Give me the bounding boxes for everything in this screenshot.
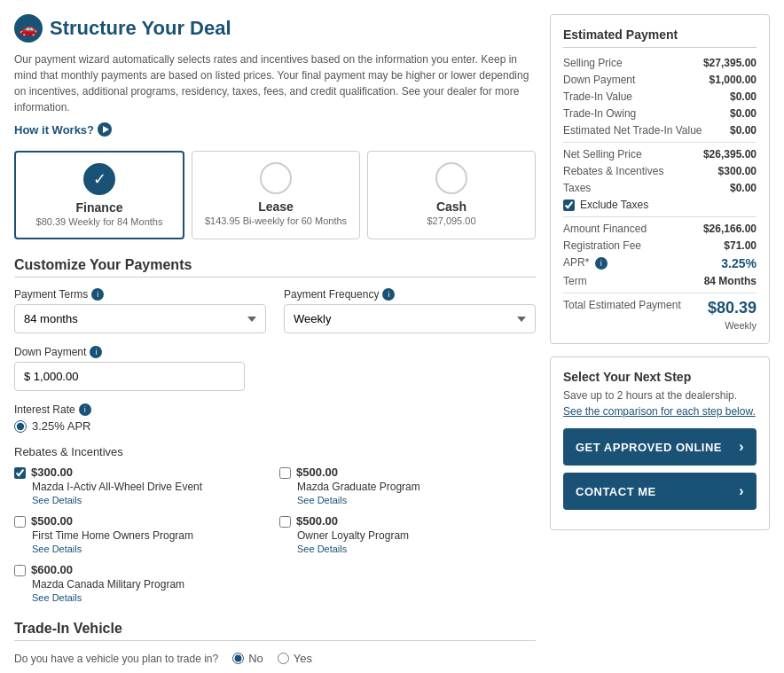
taxes-label: Taxes: [563, 182, 591, 194]
rebate-checkbox-1[interactable]: [279, 467, 291, 479]
page-title: Structure Your Deal: [50, 17, 231, 40]
lease-sub: $143.95 Bi-weekly for 60 Months: [200, 215, 352, 226]
est-row-term: Term 84 Months: [563, 275, 757, 287]
trade-in-yes-option[interactable]: Yes: [278, 652, 312, 665]
payment-frequency-label: Payment Frequency i: [284, 288, 536, 301]
lease-card[interactable]: Lease $143.95 Bi-weekly for 60 Months: [192, 151, 360, 239]
selling-price-value: $27,395.00: [703, 57, 757, 69]
rebate-checkbox-4[interactable]: [14, 565, 26, 576]
interest-rate-radio[interactable]: 3.25% APR: [14, 419, 536, 433]
rebate-name-3: Owner Loyalty Program: [297, 529, 536, 542]
cash-label: Cash: [375, 200, 528, 214]
rebate-checkbox-0[interactable]: [14, 467, 26, 479]
payment-frequency-select[interactable]: Weekly Bi-weekly Monthly: [284, 304, 536, 333]
payment-type-cards: ✓ Finance $80.39 Weekly for 84 Months Le…: [14, 151, 536, 239]
contact-me-button[interactable]: CONTACT ME ›: [563, 473, 757, 510]
apr-label: APR* i: [563, 256, 608, 270]
finance-sub: $80.39 Weekly for 84 Months: [23, 216, 176, 227]
divider-1: [563, 142, 757, 143]
apr-info-icon[interactable]: i: [595, 257, 608, 270]
term-value: 84 Months: [704, 275, 757, 287]
rebate-details-link-2[interactable]: See Details: [32, 544, 270, 554]
trade-in-no-option[interactable]: No: [232, 652, 263, 665]
down-payment-est-label: Down Payment: [563, 74, 635, 86]
estimated-payment-card: Estimated Payment Selling Price $27,395.…: [550, 14, 770, 344]
rebates-est-value: $300.00: [718, 165, 757, 177]
interest-rate-radio-input[interactable]: [14, 420, 27, 433]
rebate-checkbox-3[interactable]: [279, 516, 291, 528]
trade-in-question-row: Do you have a vehicle you plan to trade …: [14, 652, 536, 665]
page-header: 🚗 Structure Your Deal: [14, 14, 536, 43]
rebate-item-3: $500.00 Owner Loyalty Program See Detail…: [279, 514, 536, 554]
contact-chevron-icon: ›: [739, 483, 744, 499]
taxes-value: $0.00: [730, 182, 757, 194]
rebate-item-1: $500.00 Mazda Graduate Program See Detai…: [279, 466, 536, 505]
payment-terms-select[interactable]: 84 months 24 months 36 months 48 months …: [14, 304, 266, 333]
how-it-works-link[interactable]: How it Works?: [14, 122, 536, 137]
rebate-details-link-4[interactable]: See Details: [32, 592, 270, 603]
trade-in-question-text: Do you have a vehicle you plan to trade …: [14, 653, 218, 665]
next-step-comparison-link[interactable]: See the comparison for each step below.: [563, 405, 757, 418]
trade-in-yes-radio[interactable]: [278, 653, 289, 664]
estimated-payment-title: Estimated Payment: [563, 27, 757, 48]
interest-rate-info-icon[interactable]: i: [79, 403, 91, 416]
est-row-net-trade-in: Estimated Net Trade-In Value $0.00: [563, 124, 757, 137]
est-row-rebates: Rebates & Incentives $300.00: [563, 165, 757, 177]
payment-frequency-group: Payment Frequency i Weekly Bi-weekly Mon…: [284, 288, 536, 333]
payment-terms-label: Payment Terms i: [14, 288, 266, 301]
get-approved-button[interactable]: GET APPROVED ONLINE ›: [563, 428, 757, 466]
down-payment-input[interactable]: [14, 362, 245, 391]
total-payment-label: Total Estimated Payment: [563, 299, 681, 317]
amount-financed-value: $26,166.00: [703, 223, 757, 235]
rebate-details-link-1[interactable]: See Details: [297, 495, 536, 505]
rebate-name-4: Mazda Canada Military Program: [32, 578, 270, 591]
registration-fee-value: $71.00: [724, 239, 757, 252]
payment-frequency-info-icon[interactable]: i: [382, 288, 395, 301]
rebate-amount-4: $600.00: [31, 563, 73, 576]
payment-terms-row: Payment Terms i 84 months 24 months 36 m…: [14, 288, 536, 333]
rebates-est-label: Rebates & Incentives: [563, 165, 663, 177]
net-trade-in-value: $0.00: [730, 124, 757, 137]
rebate-amount-0: $300.00: [31, 466, 73, 479]
trade-in-owing-label: Trade-In Owing: [563, 107, 636, 120]
rebate-item-4: $600.00 Mazda Canada Military Program Se…: [14, 563, 270, 603]
lease-label: Lease: [200, 200, 352, 214]
exclude-taxes-checkbox[interactable]: [563, 200, 575, 211]
rebate-details-link-3[interactable]: See Details: [297, 544, 536, 554]
approved-chevron-icon: ›: [739, 439, 744, 455]
customize-section-title: Customize Your Payments: [14, 257, 536, 278]
rebate-details-link-0[interactable]: See Details: [32, 495, 270, 505]
rebate-checkbox-2[interactable]: [14, 516, 26, 528]
est-row-trade-in-value: Trade-In Value $0.00: [563, 90, 757, 103]
est-row-down-payment: Down Payment $1,000.00: [563, 74, 757, 86]
cash-card[interactable]: Cash $27,095.00: [367, 151, 536, 239]
car-icon: 🚗: [14, 14, 43, 43]
next-step-title: Select Your Next Step: [563, 370, 757, 384]
net-selling-price-label: Net Selling Price: [563, 148, 642, 160]
total-payment-value: $80.39: [708, 299, 757, 317]
net-trade-in-label: Estimated Net Trade-In Value: [563, 124, 702, 137]
next-step-subtitle: Save up to 2 hours at the dealership.: [563, 389, 757, 402]
trade-in-no-label: No: [248, 652, 263, 665]
interest-rate-group: Interest Rate i 3.25% APR: [14, 403, 536, 433]
down-payment-info-icon[interactable]: i: [90, 346, 102, 358]
trade-in-no-radio[interactable]: [232, 653, 244, 664]
trade-in-section-title: Trade-In Vehicle: [14, 621, 536, 641]
finance-label: Finance: [23, 200, 176, 215]
trade-in-value-label: Trade-In Value: [563, 90, 632, 103]
trade-in-yes-label: Yes: [294, 652, 312, 665]
est-row-taxes: Taxes $0.00: [563, 182, 757, 194]
registration-fee-label: Registration Fee: [563, 239, 641, 252]
rebates-grid: $300.00 Mazda I-Activ All-Wheel Drive Ev…: [14, 466, 536, 603]
trade-in-radio-group: No Yes: [232, 652, 312, 665]
lease-icon: [260, 162, 292, 194]
selling-price-label: Selling Price: [563, 57, 623, 69]
finance-card[interactable]: ✓ Finance $80.39 Weekly for 84 Months: [14, 151, 184, 239]
finance-check-icon: ✓: [83, 163, 115, 195]
rebates-section-title: Rebates & Incentives: [14, 445, 536, 458]
payment-terms-info-icon[interactable]: i: [91, 288, 104, 301]
net-selling-price-value: $26,395.00: [703, 148, 757, 160]
rebate-name-1: Mazda Graduate Program: [297, 481, 536, 493]
est-row-total: Total Estimated Payment $80.39: [563, 299, 757, 317]
down-payment-label: Down Payment i: [14, 346, 245, 358]
